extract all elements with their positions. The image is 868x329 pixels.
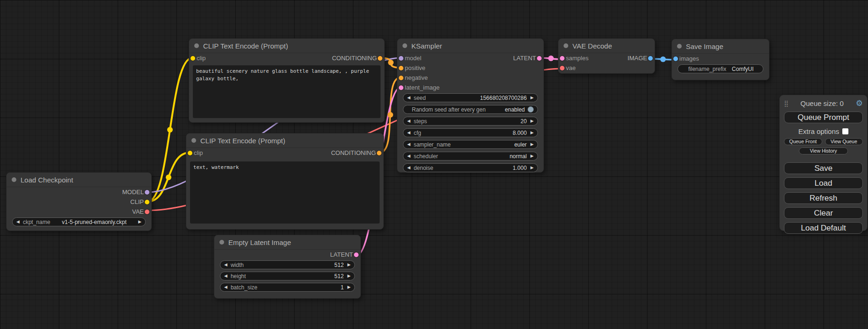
refresh-button[interactable]: Refresh [784,192,863,204]
output-port-conditioning[interactable] [377,151,381,155]
node-title-text: Empty Latent Image [228,238,291,246]
collapse-dot-icon[interactable] [194,43,199,48]
widget-filename-prefix[interactable]: filename_prefix ComfyUI [677,64,763,73]
output-port-vae[interactable] [145,210,149,214]
node-header[interactable]: CLIP Text Encode (Prompt) [186,133,383,148]
widget-ckpt-name[interactable]: ◀ ckpt_name v1-5-pruned-emaonly.ckpt ▶ [12,217,146,226]
node-title-text: Save Image [686,42,723,50]
output-port-model[interactable] [145,190,149,195]
queue-prompt-button[interactable]: Queue Prompt [784,112,863,123]
output-port-conditioning[interactable] [378,56,382,61]
queue-size-label: Queue size: 0 [789,99,856,107]
input-port-clip[interactable] [191,56,195,61]
collapse-dot-icon[interactable] [564,43,568,48]
decrement-arrow-icon[interactable]: ◀ [407,119,410,123]
prompt-textarea[interactable]: beautiful scenery nature glass bottle la… [193,65,381,118]
decrement-arrow-icon[interactable]: ◀ [224,263,227,267]
decrement-arrow-icon[interactable]: ◀ [407,96,410,100]
input-label-positive: positive [405,64,425,71]
output-label-clip: CLIP [130,198,144,205]
widget-cfg[interactable]: ◀ cfg 8.000 ▶ [403,128,538,137]
output-port-image[interactable] [648,56,653,61]
node-header[interactable]: Empty Latent Image [214,235,360,250]
input-port-negative[interactable] [399,76,403,80]
toggle-circle-icon[interactable] [528,106,534,112]
input-port-positive[interactable] [399,66,403,70]
node-load-checkpoint: Load Checkpoint MODEL CLIP VAE ◀ ckpt_na… [6,172,152,231]
widget-random-seed-toggle[interactable]: Random seed after every gen enabled [403,105,538,114]
node-vae-decode: VAE Decode samples IMAGE vae [558,38,655,74]
output-label-conditioning: CONDITIONING [331,149,376,156]
queue-front-button[interactable]: Queue Front [784,138,822,145]
input-port-samples[interactable] [560,56,565,61]
node-header[interactable]: KSampler [397,39,543,53]
input-label-model: model [405,55,421,62]
widget-seed[interactable]: ◀ seed 156680208700286 ▶ [403,93,538,102]
output-label-conditioning: CONDITIONING [332,55,377,62]
output-port-latent[interactable] [354,252,359,257]
increment-arrow-icon[interactable]: ▶ [530,96,534,100]
drag-handle-icon[interactable]: ⣿ [784,100,789,107]
collapse-dot-icon[interactable] [191,138,196,143]
node-header[interactable]: CLIP Text Encode (Prompt) [189,39,384,53]
output-label-model: MODEL [122,189,144,196]
node-header[interactable]: VAE Decode [558,39,655,53]
increment-arrow-icon[interactable]: ▶ [347,285,351,289]
node-title-text: VAE Decode [572,42,612,50]
output-port-clip[interactable] [145,200,149,204]
view-queue-button[interactable]: View Queue [825,138,863,145]
load-default-button[interactable]: Load Default [784,222,863,234]
decrement-arrow-icon[interactable]: ◀ [407,142,410,147]
increment-arrow-icon[interactable]: ▶ [347,263,351,267]
input-label-latent-image: latent_image [405,84,439,91]
increment-arrow-icon[interactable]: ▶ [530,154,534,158]
node-ksampler: KSampler model LATENT positive negative … [397,38,544,173]
input-port-latent-image[interactable] [399,85,403,90]
increment-arrow-icon[interactable]: ▶ [530,142,534,147]
widget-denoise[interactable]: ◀ denoise 1.000 ▶ [403,163,538,172]
output-label-vae: VAE [132,208,144,215]
input-port-model[interactable] [399,56,403,61]
collapse-dot-icon[interactable] [402,43,407,48]
node-save-image: Save Image images filename_prefix ComfyU… [671,39,769,80]
increment-arrow-icon[interactable]: ▶ [138,220,141,224]
extra-options-checkbox[interactable] [842,128,848,134]
increment-arrow-icon[interactable]: ▶ [530,119,534,123]
widget-batch-size[interactable]: ◀ batch_size 1 ▶ [220,283,355,292]
node-header[interactable]: Save Image [672,39,769,54]
save-button[interactable]: Save [784,162,863,174]
widget-steps[interactable]: ◀ steps 20 ▶ [403,117,538,126]
load-button[interactable]: Load [784,177,863,189]
gear-icon[interactable]: ⚙ [856,98,863,108]
view-history-button[interactable]: View History [799,147,848,154]
decrement-arrow-icon[interactable]: ◀ [224,285,227,289]
clear-button[interactable]: Clear [784,207,863,219]
link-midpoint-dot [388,112,393,118]
output-port-latent[interactable] [537,56,542,61]
widget-width[interactable]: ◀ width 512 ▶ [220,260,355,269]
input-port-vae[interactable] [560,66,565,70]
decrement-arrow-icon[interactable]: ◀ [407,131,410,135]
input-port-images[interactable] [673,56,678,61]
widget-sampler-name[interactable]: ◀ sampler_name euler ▶ [403,140,538,149]
increment-arrow-icon[interactable]: ▶ [530,131,534,135]
input-label-samples: samples [566,55,588,62]
extra-options-label: Extra options [798,127,840,135]
output-label-latent: LATENT [513,55,536,62]
input-label-images: images [679,55,699,62]
input-port-clip[interactable] [188,151,192,155]
increment-arrow-icon[interactable]: ▶ [347,274,351,278]
decrement-arrow-icon[interactable]: ◀ [224,274,227,278]
output-label-latent: LATENT [330,251,353,258]
decrement-arrow-icon[interactable]: ◀ [407,166,410,170]
collapse-dot-icon[interactable] [219,240,224,245]
widget-height[interactable]: ◀ height 512 ▶ [220,272,355,280]
collapse-dot-icon[interactable] [677,44,682,49]
increment-arrow-icon[interactable]: ▶ [530,166,534,170]
widget-scheduler[interactable]: ◀ scheduler normal ▶ [403,152,538,161]
node-header[interactable]: Load Checkpoint [7,173,151,187]
prompt-textarea[interactable]: text, watermark [190,161,380,224]
decrement-arrow-icon[interactable]: ◀ [407,154,410,158]
decrement-arrow-icon[interactable]: ◀ [16,220,20,224]
collapse-dot-icon[interactable] [12,177,16,182]
